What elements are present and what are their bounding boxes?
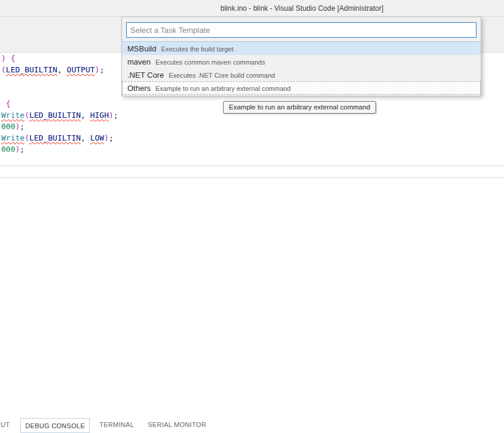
code-token: LOW	[90, 133, 104, 142]
code-token: )	[109, 111, 114, 120]
task-template-option-msbuild[interactable]: MSBuildExecutes the build target	[122, 41, 481, 55]
code-token: ;	[109, 133, 114, 142]
code-token: (	[1, 65, 6, 74]
panel-tab-serial-monitor[interactable]: SERIAL MONITOR	[148, 421, 206, 428]
code-token: ;	[114, 111, 118, 120]
code-token: ;	[20, 122, 25, 131]
code-token: LED_BUILTIN	[29, 133, 81, 142]
code-token: ,	[81, 133, 90, 142]
window-title: blink.ino - blink - Visual Studio Code […	[100, 0, 504, 17]
code-line: Write(LED_BUILTIN, LOW);	[0, 132, 504, 144]
option-label: Others	[127, 84, 151, 93]
panel-tab-ut[interactable]: UT	[1, 421, 10, 428]
quickpick-input-wrap	[122, 17, 481, 41]
panel-tab-debug-console[interactable]: DEBUG CONSOLE	[20, 418, 90, 433]
code-token: ,	[57, 65, 67, 74]
option-description: Executes common maven commands	[155, 59, 265, 66]
option-label: .NET Core	[127, 71, 164, 80]
code-token: )	[1, 54, 11, 63]
code-token: Write	[1, 133, 25, 142]
code-token: LED_BUILTIN	[6, 65, 57, 74]
quickpick-input[interactable]	[126, 22, 476, 38]
panel-tab-bar: UTDEBUG CONSOLETERMINALSERIAL MONITOR	[0, 416, 504, 433]
code-token: ,	[81, 111, 90, 120]
panel-tab-terminal[interactable]: TERMINAL	[99, 421, 134, 428]
code-line: 000);	[0, 121, 504, 132]
tooltip: Example to run an arbitrary external com…	[223, 101, 376, 114]
option-description: Executes .NET Core build command	[169, 72, 275, 79]
code-token: {	[6, 99, 11, 108]
vscode-window: blink.ino - blink - Visual Studio Code […	[0, 0, 504, 433]
current-line-highlight	[0, 165, 504, 178]
code-token: LED_BUILTIN	[29, 111, 81, 120]
task-template-option-others[interactable]: OthersExample to run an arbitrary extern…	[122, 81, 481, 94]
option-label: MSBuild	[127, 44, 156, 53]
option-description: Executes the build target	[161, 45, 233, 53]
task-template-option-net-core[interactable]: .NET CoreExecutes .NET Core build comman…	[122, 68, 481, 81]
task-template-option-maven[interactable]: mavenExecutes common maven commands	[122, 55, 481, 68]
code-token: Write	[1, 111, 25, 120]
code-token	[1, 99, 6, 108]
task-template-quickpick: MSBuildExecutes the build targetmavenExe…	[121, 17, 481, 96]
option-description: Example to run an arbitrary external com…	[155, 85, 291, 92]
code-token: 000	[1, 122, 15, 131]
quickpick-list: MSBuildExecutes the build targetmavenExe…	[122, 41, 481, 94]
code-token: {	[11, 54, 16, 63]
code-token: OUTPUT	[67, 65, 95, 74]
code-token: (	[25, 133, 29, 142]
code-token: 000	[1, 145, 15, 154]
option-label: maven	[127, 57, 151, 66]
code-token: )	[104, 133, 109, 142]
code-token: ;	[99, 65, 104, 74]
code-token: HIGH	[90, 111, 109, 120]
code-token: ;	[20, 145, 25, 154]
titlebar: blink.ino - blink - Visual Studio Code […	[0, 0, 504, 17]
code-token: (	[25, 111, 29, 120]
code-line: 000);	[0, 144, 504, 155]
